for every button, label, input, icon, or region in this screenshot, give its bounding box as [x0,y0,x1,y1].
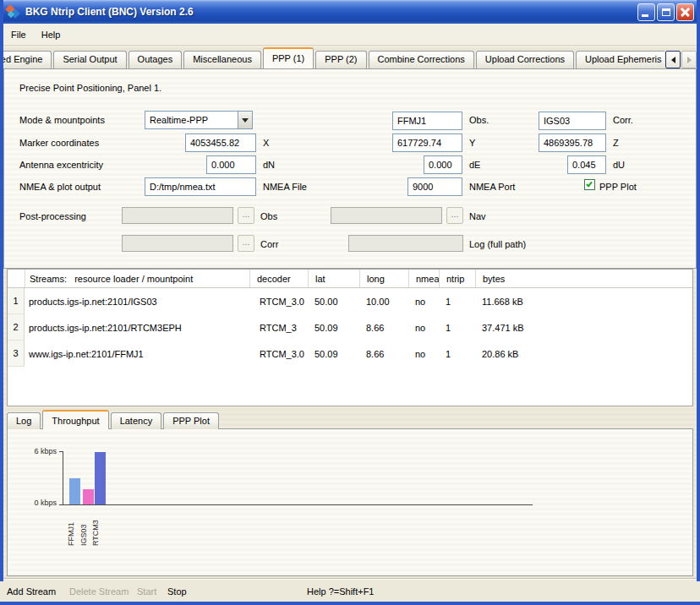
header-ntrip: ntrip [439,270,475,287]
bar-ffmj1 [69,478,80,505]
post-processing-label: Post-processing [19,211,86,221]
cell-lat: 50.09 [308,314,359,341]
menu-help[interactable]: Help [34,26,68,43]
minimize-icon [642,14,648,17]
antenna-de-field[interactable] [424,155,462,174]
header-gutter [8,270,25,287]
post-nav-browse-button: ... [446,207,463,224]
nmea-port-field[interactable] [407,177,462,196]
header-mountpoint: Streams: resource loader / mountpoint [25,270,249,287]
app-icon [6,4,21,19]
delete-stream-button: Delete Stream [69,586,129,597]
tab-serial-output[interactable]: Serial Output [53,51,126,68]
chart-axes [63,451,533,505]
cell-ntrip: 1 [439,341,475,367]
header-bytes: bytes [475,270,692,287]
corr-mountpoint-field[interactable] [539,112,606,130]
window-title: BKG Ntrip Client (BNC) Version 2.6 [25,6,194,18]
dropdown-button[interactable] [238,112,252,128]
ppp-plot-checkbox[interactable] [584,179,595,190]
streams-table-header: Streams: resource loader / mountpoint de… [8,270,692,288]
x-label-igs03: IGS03 [79,510,89,546]
z-label: Z [613,138,619,148]
cell-ntrip: 1 [439,288,475,314]
tab-scroll-left-button[interactable] [665,51,681,68]
chevron-down-icon [242,118,249,123]
post-log-field [348,235,463,252]
row-number: 2 [8,314,25,341]
stop-button[interactable]: Stop [167,586,187,597]
tab-log[interactable]: Log [7,412,41,429]
checkmark-icon [586,181,593,188]
cell-decoder: RTCM_3.0 [249,341,308,367]
cell-bytes: 20.86 kB [475,341,692,367]
panel-heading: Precise Point Positioning, Panel 1. [19,83,161,93]
header-decoder: decoder [249,270,308,287]
marker-z-field[interactable] [539,134,606,152]
window-border [0,602,700,605]
bnc-window: BKG Ntrip Client (BNC) Version 2.6 File … [0,0,700,605]
maximize-button[interactable] [657,3,675,21]
cell-nmea: no [408,341,439,367]
tab-ppp-2[interactable]: PPP (2) [315,51,366,68]
add-stream-button[interactable]: Add Stream [7,586,56,597]
y-tick-top: 6 kbps [21,447,57,455]
mode-label: Mode & mountpoints [19,115,105,125]
tab-throughput[interactable]: Throughput [42,410,108,429]
mode-dropdown[interactable]: Realtime-PPP [145,111,253,129]
minimize-button[interactable] [637,3,655,21]
cell-lat: 50.00 [308,288,359,314]
antenna-dn-field[interactable] [206,155,256,174]
tab-upload-corrections[interactable]: Upload Corrections [476,51,574,68]
tab-latency[interactable]: Latency [111,412,162,429]
post-nav-label: Nav [469,211,486,221]
tab-ppp-plot[interactable]: PPP Plot [163,412,219,429]
obs-label: Obs. [469,115,489,125]
bottom-tab-bar: Log Throughput Latency PPP Plot [7,410,221,429]
cell-long: 8.66 [359,314,408,341]
window-border [697,0,700,581]
x-label-ffmj1: FFMJ1 [66,510,76,546]
menu-file[interactable]: File [3,26,34,43]
x-label: X [263,138,269,148]
tab-upload-ephemeris[interactable]: Upload Ephemeris [576,51,664,68]
nmea-file-label: NMEA File [263,182,307,192]
cell-bytes: 37.471 kB [475,314,692,341]
post-corr-field [122,235,233,252]
marker-y-field[interactable] [392,134,462,152]
cell-mountpoint: products.igs-ip.net:2101/IGS03 [25,288,249,314]
tab-scroll-right-button [681,51,697,68]
row-number: 1 [8,288,25,314]
menu-bar: File Help [3,24,697,46]
maximize-icon [662,8,670,16]
post-nav-field [331,207,442,224]
post-obs-label: Obs [260,211,277,221]
cell-long: 10.00 [359,288,408,314]
bar-rtcm3 [95,452,106,504]
table-row[interactable]: 2 products.igs-ip.net:2101/RTCM3EPH RTCM… [8,314,692,341]
cell-long: 8.66 [359,341,408,367]
tab-ppp-1[interactable]: PPP (1) [263,47,314,68]
nmea-file-field[interactable] [145,177,256,196]
marker-x-field[interactable] [185,134,256,152]
cell-bytes: 11.668 kB [475,288,692,314]
tab-outages[interactable]: Outages [129,51,183,68]
tab-miscellaneous[interactable]: Miscellaneous [183,51,261,68]
obs-mountpoint-field[interactable] [392,112,462,130]
antenna-label: Antenna excentricity [19,160,103,170]
y-label: Y [469,138,475,148]
cell-ntrip: 1 [439,314,475,341]
antenna-du-field[interactable] [567,155,606,174]
help-button[interactable]: Help ?=Shift+F1 [307,586,375,597]
table-row[interactable]: 3 www.igs-ip.net:2101/FFMJ1 RTCM_3.0 50.… [8,341,692,367]
cell-decoder: RTCM_3 [249,314,308,341]
du-label: dU [613,160,625,170]
tab-feed-engine[interactable]: Feed Engine [3,51,52,68]
close-button[interactable] [676,3,694,21]
ppp-plot-label: PPP Plot [599,182,637,192]
main-tab-bar: Feed Engine Serial Output Outages Miscel… [3,47,664,68]
tab-combine-corrections[interactable]: Combine Corrections [369,51,474,68]
post-obs-browse-button: ... [238,207,254,224]
table-row[interactable]: 1 products.igs-ip.net:2101/IGS03 RTCM_3.… [8,288,692,314]
corr-label: Corr. [613,115,633,125]
